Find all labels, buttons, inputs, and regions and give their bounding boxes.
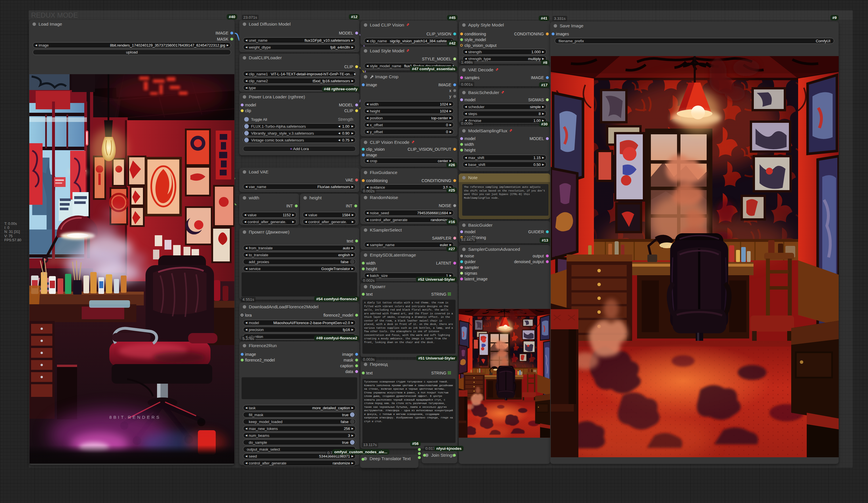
svg-text:8BIT.RENDERS: 8BIT.RENDERS bbox=[109, 415, 161, 420]
